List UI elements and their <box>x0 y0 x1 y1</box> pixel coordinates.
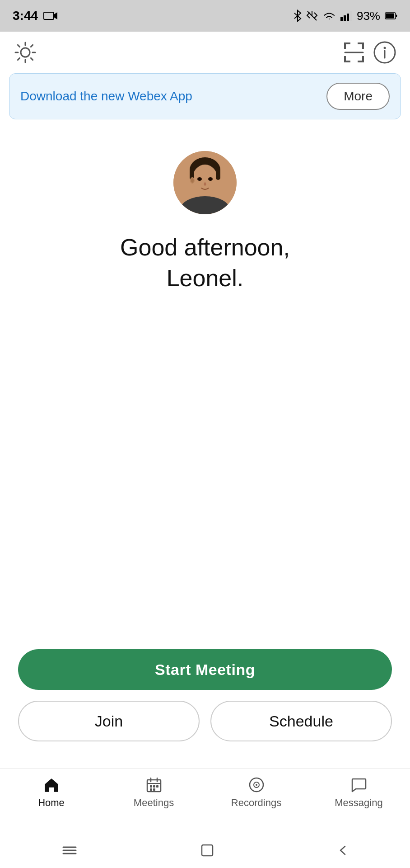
messaging-icon <box>350 776 368 793</box>
greeting-line1: Good afternoon, <box>120 234 290 260</box>
avatar-image <box>173 151 237 214</box>
greeting: Good afternoon, Leonel. <box>120 232 290 293</box>
recent-apps-icon[interactable] <box>61 844 78 856</box>
status-time: 3:44 <box>13 9 38 23</box>
camera-status-icon <box>43 11 58 21</box>
top-right-icons <box>342 41 396 64</box>
back-icon[interactable] <box>337 844 349 857</box>
svg-rect-0 <box>44 12 54 19</box>
top-bar <box>0 32 410 73</box>
system-nav <box>0 832 410 868</box>
svg-point-14 <box>384 47 386 49</box>
battery-text: 93% <box>357 9 380 23</box>
greeting-line2: Leonel. <box>167 265 244 291</box>
svg-rect-32 <box>153 785 155 788</box>
signal-icon <box>340 11 352 21</box>
nav-item-home[interactable]: Home <box>24 776 79 809</box>
svg-rect-31 <box>150 785 152 788</box>
nav-label-messaging: Messaging <box>335 797 382 809</box>
battery-icon <box>385 12 397 20</box>
wifi-icon <box>322 10 336 21</box>
svg-rect-42 <box>202 845 213 856</box>
status-left: 3:44 <box>13 9 58 23</box>
svg-point-10 <box>21 48 30 57</box>
svg-point-38 <box>256 784 257 786</box>
action-buttons: Start Meeting Join Schedule <box>18 649 392 741</box>
svg-rect-22 <box>216 168 220 180</box>
bluetooth-icon <box>294 9 302 22</box>
svg-rect-4 <box>340 17 343 21</box>
start-meeting-button[interactable]: Start Meeting <box>18 649 392 690</box>
nav-item-messaging[interactable]: Messaging <box>332 776 386 809</box>
home-icon <box>43 776 60 793</box>
info-button[interactable] <box>373 41 396 64</box>
more-button[interactable]: More <box>326 83 390 110</box>
meetings-icon <box>145 776 163 793</box>
svg-rect-35 <box>153 788 155 791</box>
avatar <box>173 151 237 214</box>
banner-text: Download the new Webex App <box>20 89 192 104</box>
settings-button[interactable] <box>14 41 37 64</box>
download-banner: Download the new Webex App More <box>9 73 401 119</box>
nav-label-meetings: Meetings <box>134 797 174 809</box>
status-right: 93% <box>294 9 397 23</box>
nav-item-recordings[interactable]: Recordings <box>229 776 284 809</box>
bottom-nav: Home Meetings Recordings <box>0 769 410 832</box>
schedule-button[interactable]: Schedule <box>210 701 392 741</box>
svg-rect-33 <box>156 785 158 788</box>
status-bar: 3:44 <box>0 0 410 32</box>
secondary-buttons: Join Schedule <box>18 701 392 741</box>
scan-button[interactable] <box>342 41 366 64</box>
svg-rect-5 <box>344 15 346 21</box>
join-button[interactable]: Join <box>18 701 200 741</box>
nav-label-home: Home <box>38 797 65 809</box>
mute-icon <box>306 10 318 22</box>
svg-line-1 <box>294 13 298 16</box>
svg-point-26 <box>208 177 213 181</box>
svg-rect-34 <box>150 788 152 791</box>
main-content: Good afternoon, Leonel. Start Meeting Jo… <box>0 128 410 769</box>
nav-label-recordings: Recordings <box>231 797 281 809</box>
home-system-icon[interactable] <box>200 844 214 857</box>
svg-rect-6 <box>347 14 349 21</box>
svg-line-2 <box>294 16 298 19</box>
recordings-icon <box>248 776 265 793</box>
svg-point-24 <box>191 178 194 183</box>
svg-point-25 <box>197 177 202 181</box>
svg-rect-9 <box>386 14 394 19</box>
svg-rect-7 <box>350 11 352 21</box>
nav-item-meetings[interactable]: Meetings <box>127 776 181 809</box>
avatar-container <box>173 151 237 214</box>
